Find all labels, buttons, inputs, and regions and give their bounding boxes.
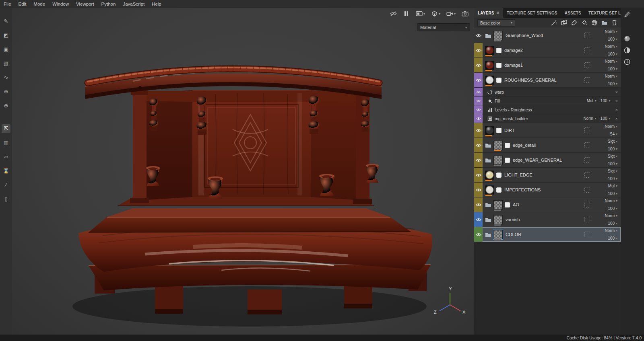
pen-settings-icon[interactable] [624,11,630,18]
tablet-pressure-icon[interactable]: ▯ [2,195,10,203]
menu-help[interactable]: Help [148,2,165,6]
layer-thumbnail[interactable] [493,215,503,224]
layer-thumbnail[interactable] [485,76,494,85]
layer-row-varnish[interactable]: varnishNorm▾100▾ [474,212,621,227]
layer-thumbnail[interactable] [493,141,503,150]
tab-layers[interactable]: LAYERS× [474,8,503,18]
effect-blend-mode-dropdown[interactable]: Mul [587,99,593,103]
history-icon[interactable] [624,59,630,65]
clone-tool-icon[interactable]: ⊛ [2,87,10,96]
blend-mode-dropdown[interactable]: Norm▾ [605,44,617,49]
layer-effect-row-fill[interactable]: FillMul▾100▾× [474,97,621,105]
blend-mode-dropdown[interactable]: Norm▾ [605,214,617,218]
layer-thumbnail[interactable] [485,61,494,70]
close-icon[interactable]: × [497,10,500,15]
layer-visibility-eye-icon[interactable] [476,49,481,52]
layer-effect-row-levels-roughness[interactable]: Levels - Roughness× [474,105,621,114]
layer-visibility-eye-icon[interactable] [476,117,481,120]
add-paint-layer-icon[interactable] [571,20,577,26]
layer-visibility-eye-icon[interactable] [476,218,481,222]
layer-row-roughness-general[interactable]: ROUGHNESS_GENERALNorm▾100▾ [474,73,621,88]
layer-visibility-eye-icon[interactable] [476,173,481,177]
opacity-dropdown[interactable]: 100▾ [608,191,617,196]
polygon-fill-tool-icon[interactable]: ▧ [2,59,10,68]
layer-visibility-eye-icon[interactable] [476,99,481,103]
tab-assets[interactable]: ASSETS [561,8,585,18]
layer-thumbnail[interactable] [485,185,494,195]
layer-visibility-eye-icon[interactable] [476,158,481,162]
viewport-3d[interactable]: Y X Z ▾▾▾ Material ▾ [12,8,474,335]
layer-row-gramphone-wood[interactable]: Gramphone_WoodNorm▾100▾ [474,28,621,43]
opacity-dropdown[interactable]: 100▾ [608,206,617,211]
add-folder-icon[interactable] [601,20,607,26]
layer-thumbnail[interactable] [493,156,503,165]
blend-mode-dropdown[interactable]: Norm▾ [605,124,617,129]
add-fill-layer-icon[interactable] [581,20,587,26]
material-slot-placeholder[interactable] [584,127,590,133]
remove-effect-icon[interactable]: × [615,99,618,103]
layer-thumbnail[interactable] [493,31,503,40]
layer-row-damage2[interactable]: damage2Norm▾100▾ [474,43,621,58]
layer-thumbnail[interactable] [493,200,503,210]
material-slot-placeholder[interactable] [584,187,590,193]
layer-visibility-eye-icon[interactable] [476,144,481,147]
opacity-dropdown[interactable]: 100▾ [608,147,617,151]
layer-row-color[interactable]: COLORNorm▾100▾ [474,227,621,242]
layer-row-edge-wear-general[interactable]: edge_WEAR_GENERALSlgt▾100▾ [474,153,621,168]
remove-effect-icon[interactable]: × [615,90,618,94]
remove-effect-icon[interactable]: × [615,107,618,112]
layer-effect-row-mg-mask-builder[interactable]: mg_mask_builderNorm▾100▾× [474,114,621,123]
layer-effect-row-warp[interactable]: warp× [474,88,621,97]
menu-window[interactable]: Window [49,2,72,6]
layer-thumbnail[interactable] [485,46,494,55]
effect-blend-mode-dropdown[interactable]: Norm [583,116,593,121]
viewport-canvas-wooden-pedestal[interactable]: Y X Z [12,8,474,335]
layer-visibility-eye-icon[interactable] [476,64,481,67]
opacity-dropdown[interactable]: 100▾ [608,37,617,41]
blend-mode-dropdown[interactable]: Slgt▾ [608,154,617,158]
material-picker-tool-icon[interactable]: ⊕ [2,101,10,110]
add-smart-material-icon[interactable] [591,20,597,26]
viewport-visibility-toggle-icon[interactable] [390,11,397,16]
menu-edit[interactable]: Edit [15,2,30,6]
blend-mode-dropdown[interactable]: Norm▾ [605,29,617,34]
clone-layer-icon[interactable] [561,20,567,26]
material-slot-placeholder[interactable] [584,172,590,178]
delete-layer-icon[interactable] [611,20,617,26]
viewport-mode-icon[interactable]: ▾ [431,11,440,16]
layer-thumbnail[interactable] [493,230,503,239]
opacity-dropdown[interactable]: 100▾ [608,221,617,226]
layer-visibility-eye-icon[interactable] [476,233,481,236]
opacity-dropdown[interactable]: 100▾ [608,177,617,181]
camera-mode-icon[interactable]: ▾ [446,11,456,16]
menu-mode[interactable]: Mode [30,2,49,6]
blend-mode-dropdown[interactable]: Norm▾ [605,74,617,78]
effect-opacity-dropdown[interactable]: 100 [601,116,607,121]
menu-javascript[interactable]: JavaScript [119,2,148,6]
opacity-dropdown[interactable]: 100▾ [608,162,617,166]
display-mode-icon[interactable]: ▾ [416,11,425,16]
remove-effect-icon[interactable]: × [615,116,618,121]
tab-texture-set-settings[interactable]: TEXTURE SET SETTINGS [503,8,561,18]
blend-mode-dropdown[interactable]: Norm▾ [605,199,617,203]
opacity-dropdown[interactable]: 54▾ [610,132,617,136]
menu-python[interactable]: Python [98,2,120,6]
geometry-mask-icon[interactable]: ▱ [2,152,10,161]
add-generator-wand-icon[interactable] [551,20,557,26]
snapshot-icon[interactable] [462,11,469,16]
menu-viewport[interactable]: Viewport [72,2,98,6]
effect-opacity-dropdown[interactable]: 100 [601,99,607,103]
material-slot-placeholder[interactable] [584,157,590,163]
material-slot-placeholder[interactable] [584,77,590,83]
material-slot-placeholder[interactable] [584,217,590,222]
layer-visibility-eye-icon[interactable] [476,203,481,207]
layer-visibility-eye-icon[interactable] [476,129,481,132]
layer-visibility-eye-icon[interactable] [476,188,481,192]
eraser-tool-icon[interactable]: ◩ [2,31,10,40]
material-slot-placeholder[interactable] [584,47,590,53]
projection-tool-icon[interactable]: ▣ [2,45,10,54]
layer-row-imperfections[interactable]: IMPERFECTIONSMul▾100▾ [474,183,621,197]
blend-mode-dropdown[interactable]: Mul▾ [608,184,617,188]
opacity-dropdown[interactable]: 100▾ [608,236,617,240]
menu-file[interactable]: File [0,2,15,6]
